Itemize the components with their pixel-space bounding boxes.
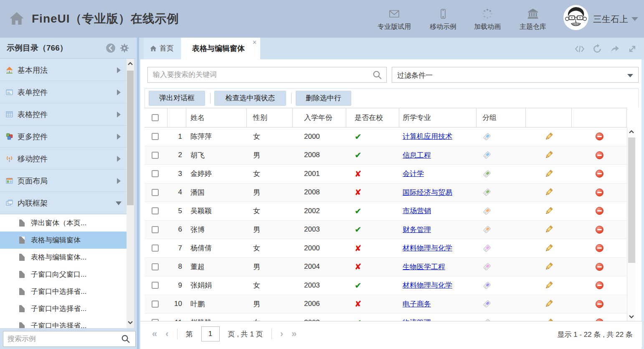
delete-icon[interactable]: [596, 300, 603, 308]
prev-page-button[interactable]: ‹: [165, 326, 168, 341]
refresh-icon[interactable]: [592, 43, 603, 54]
gear-icon[interactable]: [119, 43, 129, 53]
panel-splitter[interactable]: [136, 38, 140, 349]
check-selected-button[interactable]: 检查选中项状态: [214, 91, 286, 106]
edit-pencil-icon[interactable]: [544, 150, 553, 160]
delete-icon[interactable]: [596, 151, 603, 159]
sidebar-subitem[interactable]: 弹出窗体（本页...: [0, 214, 127, 232]
sidebar-item-more[interactable]: 更多控件: [0, 125, 127, 148]
delete-icon[interactable]: [596, 189, 603, 196]
sidebar-item-iframe[interactable]: 内联框架: [0, 192, 127, 214]
scroll-up-icon[interactable]: [629, 130, 634, 134]
delete-icon[interactable]: [596, 226, 603, 234]
sidebar-item-layout[interactable]: 页面布局: [0, 170, 127, 192]
sidebar-item-mobile[interactable]: 移动控件: [0, 148, 127, 170]
edit-pencil-icon[interactable]: [544, 225, 553, 234]
select-all-checkbox[interactable]: [152, 114, 159, 121]
header-action-themes[interactable]: 主题仓库: [513, 7, 553, 31]
edit-pencil-icon[interactable]: [544, 299, 553, 308]
header-action-trial[interactable]: 专业版试用: [374, 7, 414, 31]
row-checkbox[interactable]: [152, 152, 159, 159]
collapse-sidebar-icon[interactable]: [106, 43, 116, 53]
delete-icon[interactable]: [596, 170, 603, 178]
delete-icon[interactable]: [596, 207, 603, 215]
major-link[interactable]: 财务管理: [403, 225, 431, 234]
sidebar-scrollbar[interactable]: [127, 59, 134, 328]
major-link[interactable]: 材料物理与化学: [403, 280, 452, 290]
major-link[interactable]: 国际经济与贸易: [403, 188, 452, 197]
sidebar-subitem[interactable]: 表格与编辑窗体...: [0, 249, 127, 266]
edit-pencil-icon[interactable]: [544, 281, 553, 290]
open-dialog-button[interactable]: 弹出对话框: [149, 91, 205, 106]
major-link[interactable]: 物流管理: [403, 318, 431, 321]
tab-home[interactable]: 首页: [144, 38, 181, 59]
edit-pencil-icon[interactable]: [544, 262, 553, 271]
user-avatar[interactable]: [563, 5, 589, 31]
delete-icon[interactable]: [596, 281, 603, 289]
delete-selected-button[interactable]: 删除选中行: [296, 91, 351, 106]
header-name[interactable]: 姓名: [186, 108, 247, 127]
edit-pencil-icon[interactable]: [544, 169, 553, 178]
major-link[interactable]: 生物医学工程: [403, 262, 445, 272]
scroll-up-icon[interactable]: [127, 61, 133, 66]
scroll-down-icon[interactable]: [127, 321, 133, 325]
row-checkbox[interactable]: [152, 170, 159, 177]
sidebar-search-input[interactable]: [3, 331, 136, 347]
header-group[interactable]: 分组: [477, 108, 526, 127]
delete-icon[interactable]: [596, 132, 603, 140]
major-link[interactable]: 计算机应用技术: [403, 132, 452, 141]
header-major[interactable]: 所学专业: [399, 108, 477, 127]
sidebar-subitem[interactable]: 子窗口中选择省...: [0, 283, 127, 300]
row-checkbox[interactable]: [152, 245, 159, 252]
edit-pencil-icon[interactable]: [544, 206, 553, 216]
header-year[interactable]: 入学年份: [293, 108, 346, 127]
row-checkbox[interactable]: [152, 207, 159, 214]
last-page-button[interactable]: »: [292, 326, 297, 341]
edit-pencil-icon[interactable]: [544, 318, 553, 321]
row-checkbox[interactable]: [152, 301, 159, 308]
sidebar-item-form[interactable]: 表单控件: [0, 81, 127, 103]
share-forward-icon[interactable]: [609, 43, 620, 54]
row-checkbox[interactable]: [152, 226, 159, 233]
table-scrollbar[interactable]: [627, 127, 636, 321]
search-icon[interactable]: [121, 334, 130, 344]
tab-grid-edit-window[interactable]: 表格与编辑窗体 ✕: [181, 38, 260, 59]
sidebar-item-basic[interactable]: 基本用法: [0, 59, 127, 81]
row-checkbox[interactable]: [152, 263, 159, 270]
header-in-school[interactable]: 是否在校: [346, 108, 399, 127]
next-page-button[interactable]: ›: [280, 326, 283, 341]
search-icon[interactable]: [373, 70, 382, 80]
page-number-input[interactable]: [201, 326, 220, 341]
edit-pencil-icon[interactable]: [544, 132, 553, 141]
scrollbar-thumb[interactable]: [628, 138, 635, 263]
user-menu-caret-icon[interactable]: [631, 17, 638, 21]
edit-pencil-icon[interactable]: [544, 244, 553, 253]
first-page-button[interactable]: «: [152, 326, 157, 341]
delete-icon[interactable]: [596, 244, 603, 252]
sidebar-subitem[interactable]: 子窗口中选择省...: [0, 317, 127, 328]
filter-select[interactable]: 过滤条件一: [392, 67, 639, 83]
scroll-down-icon[interactable]: [629, 315, 634, 319]
keyword-search-input[interactable]: [147, 67, 387, 83]
source-code-icon[interactable]: [574, 43, 585, 54]
expand-icon[interactable]: [627, 43, 638, 54]
major-link[interactable]: 市场营销: [403, 206, 431, 216]
sidebar-subitem[interactable]: 子窗口向父窗口...: [0, 266, 127, 283]
major-link[interactable]: 材料物理与化学: [403, 243, 452, 253]
scrollbar-thumb[interactable]: [127, 71, 134, 205]
row-checkbox[interactable]: [152, 133, 159, 140]
header-gender[interactable]: 性别: [247, 108, 293, 127]
major-link[interactable]: 信息工程: [403, 150, 431, 160]
tab-close-icon[interactable]: ✕: [252, 39, 257, 46]
delete-icon[interactable]: [596, 263, 603, 271]
sidebar-item-grid[interactable]: 表格控件: [0, 103, 127, 125]
row-checkbox[interactable]: [152, 282, 159, 289]
sidebar-subitem-selected[interactable]: 表格与编辑窗体: [0, 232, 127, 249]
header-action-loading[interactable]: 加载动画: [467, 7, 507, 31]
user-name[interactable]: 三生石上: [593, 13, 628, 25]
row-checkbox[interactable]: [152, 189, 159, 196]
header-action-mobile[interactable]: 移动示例: [423, 7, 463, 31]
major-link[interactable]: 会计学: [403, 169, 424, 178]
edit-pencil-icon[interactable]: [544, 188, 553, 197]
major-link[interactable]: 电子商务: [403, 299, 431, 309]
